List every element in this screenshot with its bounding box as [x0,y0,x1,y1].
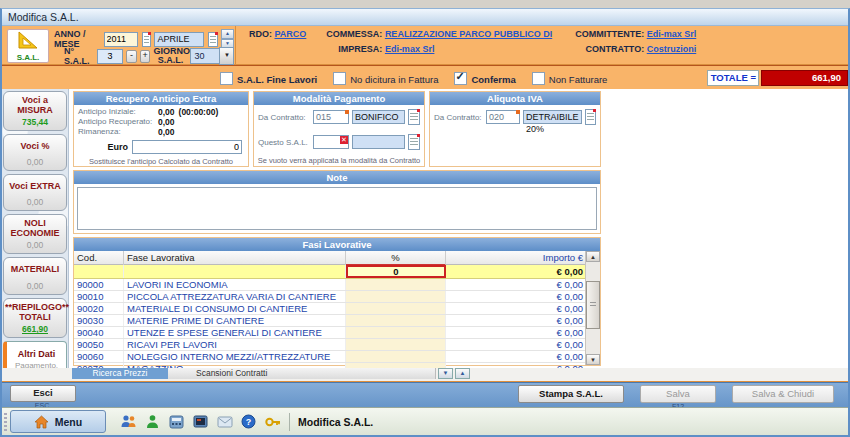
anno-input[interactable] [104,32,138,47]
cell-cod[interactable]: 90060 [74,351,124,362]
aliquota-code-input[interactable]: 020 [486,110,520,124]
questo-sal-combo[interactable] [352,135,405,149]
spinner-up-icon[interactable]: ▲ [221,29,234,39]
checkbox-icon[interactable] [220,72,233,85]
checkbox-no-dicitura[interactable]: No dicitura in Fattura [333,72,438,85]
rdo-link[interactable]: PARCO [275,29,307,39]
anno-dropdown-icon[interactable] [142,32,152,47]
lookup-icon[interactable] [516,110,520,114]
monitor-icon[interactable] [192,413,209,430]
table-row[interactable]: 90040 UTENZE E SPESE GENERALI DI CANTIER… [74,327,586,339]
tab-ricerca-prezzi[interactable]: Ricerca Prezzi [72,368,168,379]
checkbox-non-fatturare[interactable]: Non Fatturare [532,72,608,85]
checkbox-icon[interactable] [532,72,545,85]
committente-link[interactable]: Edi-max Srl [647,29,697,39]
questo-sal-code-input[interactable]: ✕ [313,135,349,149]
cell-fase[interactable]: MATERIE PRIME DI CANTIERE [124,315,346,326]
cell-cod[interactable]: 90000 [74,279,124,290]
esci-button[interactable]: Esci [10,385,76,402]
cell-percent[interactable] [346,291,446,302]
sidebar-item-materiali[interactable]: MATERIALI 0,00 [3,257,67,295]
col-percent[interactable]: % [346,251,446,266]
contratto-link[interactable]: Costruzioni [647,44,697,54]
help-icon[interactable]: ? [240,413,257,430]
sidebar-item-noli-economie[interactable]: NOLI ECONOMIE 0,00 [3,214,67,254]
modalita-combo[interactable]: BONIFICO [352,110,405,124]
user-icon[interactable] [144,413,161,430]
table-row[interactable]: 90010 PICCOLA ATTREZZATURA VARIA DI CANT… [74,291,586,303]
sidebar-item-riepilogo-totali[interactable]: **RIEPILOGO** TOTALI 661,90 [3,298,67,338]
col-cod[interactable]: Cod. [74,251,124,266]
modalita-dropdown-icon[interactable] [408,109,420,125]
aliquota-dropdown-icon[interactable] [585,109,596,125]
giorno-dropdown-arrow-icon[interactable]: ▼ [219,47,234,65]
aliquota-combo[interactable]: DETRAIBILE 20% [523,110,582,124]
table-row[interactable]: 90000 LAVORI IN ECONOMIA € 0,00 [74,279,586,291]
modalita-code-input[interactable]: 015 [313,110,349,124]
n-sal-plus-button[interactable]: + [140,50,151,63]
cell-fase[interactable]: PICCOLA ATTREZZATURA VARIA DI CANTIERE [124,291,346,302]
cell-percent-editing[interactable]: 0 [346,265,446,278]
n-sal-input[interactable] [97,49,123,64]
scrollbar-thumb[interactable] [586,281,600,329]
users-icon[interactable] [120,413,137,430]
strip-down-arrow-button[interactable]: ▼ [438,368,453,379]
mese-combo[interactable]: APRILE [154,32,204,47]
scroll-up-icon[interactable]: ▲ [586,251,600,262]
cell-cod[interactable] [74,265,124,278]
cell-percent[interactable] [346,303,446,314]
checkbox-sal-fine-lavori[interactable]: S.A.L. Fine Lavori [220,72,317,85]
questo-sal-dropdown-icon[interactable] [408,134,420,150]
table-row[interactable]: 90020 MATERIALE DI CONSUMO DI CANTIERE €… [74,303,586,315]
scroll-down-icon[interactable]: ▼ [586,354,600,365]
calculator-icon[interactable] [168,413,185,430]
strip-up-arrow-button[interactable]: ▲ [455,368,470,379]
cell-cod[interactable]: 90040 [74,327,124,338]
checkbox-checked-icon[interactable] [454,72,467,85]
menu-button[interactable]: Menu [10,410,106,433]
mail-icon[interactable] [216,413,233,430]
cell-percent[interactable] [346,315,446,326]
cell-percent[interactable] [346,339,446,350]
sidebar-item-voci-extra[interactable]: Voci EXTRA 0,00 [3,174,67,211]
cell-cod[interactable]: 90020 [74,303,124,314]
table-row[interactable]: 90030 MATERIE PRIME DI CANTIERE € 0,00 [74,315,586,327]
lookup-icon[interactable] [345,110,349,114]
impresa-link[interactable]: Edi-max Srl [385,44,435,54]
cell-fase[interactable]: UTENZE E SPESE GENERALI DI CANTIERE [124,327,346,338]
fasi-active-row[interactable]: 0 € 0,00 [74,265,586,279]
mese-dropdown-icon[interactable] [208,32,218,47]
cell-fase[interactable]: MATERIALE DI CONSUMO DI CANTIERE [124,303,346,314]
col-importo[interactable]: Importo € [446,251,586,266]
giorno-combo[interactable]: 30 ▼ [190,47,234,65]
clear-icon[interactable]: ✕ [340,136,348,144]
sidebar-item-voci-percent[interactable]: Voci % 0,00 [3,134,67,171]
salva-button[interactable]: Salva [640,385,716,403]
cell-cod[interactable]: 90010 [74,291,124,302]
table-row[interactable]: 90060 NOLEGGIO INTERNO MEZZI/ATTREZZATUR… [74,351,586,363]
col-fase-lavorativa[interactable]: Fase Lavorativa [124,251,346,266]
euro-input[interactable] [132,140,242,154]
cell-percent[interactable] [346,327,446,338]
cell-percent[interactable] [346,351,446,362]
cell-fase[interactable]: LAVORI IN ECONOMIA [124,279,346,290]
key-icon[interactable] [264,413,281,430]
cell-fase[interactable] [124,265,346,278]
checkbox-conferma[interactable]: Conferma [454,72,515,85]
note-textarea[interactable] [78,188,596,229]
table-row[interactable]: 90050 RICAVI PER LAVORI € 0,00 [74,339,586,351]
cell-fase[interactable]: RICAVI PER LAVORI [124,339,346,350]
cell-fase[interactable]: NOLEGGIO INTERNO MEZZI/ATTREZZATURE [124,351,346,362]
cell-cod[interactable]: 90030 [74,315,124,326]
cell-cod[interactable]: 90050 [74,339,124,350]
taskbar-grip-handle[interactable] [4,413,7,431]
stampa-sal-button[interactable]: Stampa S.A.L. [518,385,624,403]
salva-chiudi-button[interactable]: Salva & Chiudi [732,385,834,403]
checkbox-icon[interactable] [333,72,346,85]
n-sal-minus-button[interactable]: - [126,50,137,63]
commessa-link[interactable]: REALIZZAZIONE PARCO PUBBLICO DI [385,29,552,39]
tab-scansioni-contratti[interactable]: Scansioni Contratti [168,368,436,379]
fasi-vertical-scrollbar[interactable]: ▲ ▼ [585,251,600,365]
sidebar-item-voci-a-misura[interactable]: Voci a MISURA 735,44 [3,91,67,131]
cell-percent[interactable] [346,279,446,290]
